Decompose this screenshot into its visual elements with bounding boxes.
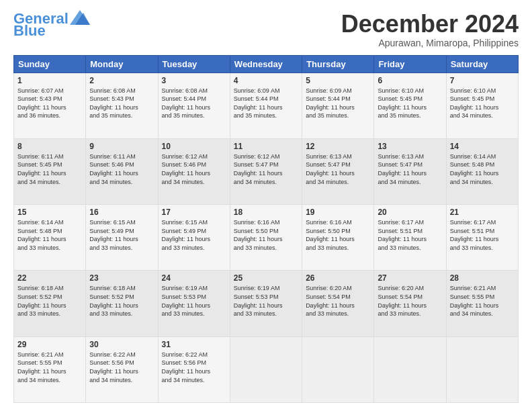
cell-content: Sunrise: 6:19 AM Sunset: 5:53 PM Dayligh… xyxy=(234,284,298,318)
day-number: 23 xyxy=(89,273,154,283)
calendar-day-header: Tuesday xyxy=(158,55,230,73)
calendar-cell: 29Sunrise: 6:21 AM Sunset: 5:55 PM Dayli… xyxy=(14,336,86,402)
cell-content: Sunrise: 6:11 AM Sunset: 5:46 PM Dayligh… xyxy=(89,152,154,186)
day-number: 27 xyxy=(378,273,442,283)
subtitle: Apurawan, Mimaropa, Philippines xyxy=(341,38,519,48)
cell-content: Sunrise: 6:08 AM Sunset: 5:43 PM Dayligh… xyxy=(89,87,154,120)
calendar-cell: 3Sunrise: 6:08 AM Sunset: 5:44 PM Daylig… xyxy=(158,73,230,138)
page: General Blue December 2024 Apurawan, Mim… xyxy=(0,0,532,411)
calendar-cell xyxy=(230,336,302,402)
day-number: 20 xyxy=(378,208,442,217)
cell-content: Sunrise: 6:20 AM Sunset: 5:54 PM Dayligh… xyxy=(306,284,370,318)
calendar-cell: 4Sunrise: 6:09 AM Sunset: 5:44 PM Daylig… xyxy=(230,73,302,138)
calendar-day-header: Sunday xyxy=(14,55,86,73)
day-number: 14 xyxy=(450,142,515,151)
calendar-cell: 14Sunrise: 6:14 AM Sunset: 5:48 PM Dayli… xyxy=(446,138,518,204)
cell-content: Sunrise: 6:14 AM Sunset: 5:48 PM Dayligh… xyxy=(17,218,82,252)
day-number: 2 xyxy=(89,76,154,85)
calendar-day-header: Monday xyxy=(86,55,158,73)
calendar-cell: 1Sunrise: 6:07 AM Sunset: 5:43 PM Daylig… xyxy=(14,73,86,138)
calendar-cell: 11Sunrise: 6:12 AM Sunset: 5:47 PM Dayli… xyxy=(230,138,302,204)
cell-content: Sunrise: 6:15 AM Sunset: 5:49 PM Dayligh… xyxy=(162,218,226,252)
calendar-week-row: 1Sunrise: 6:07 AM Sunset: 5:43 PM Daylig… xyxy=(14,73,519,138)
day-number: 13 xyxy=(378,142,442,151)
calendar-cell: 26Sunrise: 6:20 AM Sunset: 5:54 PM Dayli… xyxy=(302,271,374,336)
day-number: 28 xyxy=(450,273,515,283)
day-number: 18 xyxy=(234,208,298,217)
calendar-table: SundayMondayTuesdayWednesdayThursdayFrid… xyxy=(13,55,519,403)
calendar-cell: 31Sunrise: 6:22 AM Sunset: 5:56 PM Dayli… xyxy=(158,336,230,402)
calendar-cell: 23Sunrise: 6:18 AM Sunset: 5:52 PM Dayli… xyxy=(86,271,158,336)
cell-content: Sunrise: 6:12 AM Sunset: 5:47 PM Dayligh… xyxy=(234,152,298,186)
calendar-cell: 27Sunrise: 6:20 AM Sunset: 5:54 PM Dayli… xyxy=(374,271,446,336)
calendar-day-header: Saturday xyxy=(446,55,518,73)
cell-content: Sunrise: 6:12 AM Sunset: 5:46 PM Dayligh… xyxy=(162,152,226,186)
cell-content: Sunrise: 6:22 AM Sunset: 5:56 PM Dayligh… xyxy=(162,351,226,384)
cell-content: Sunrise: 6:10 AM Sunset: 5:45 PM Dayligh… xyxy=(450,87,515,120)
cell-content: Sunrise: 6:21 AM Sunset: 5:55 PM Dayligh… xyxy=(450,284,515,318)
day-number: 8 xyxy=(17,142,82,151)
cell-content: Sunrise: 6:09 AM Sunset: 5:44 PM Dayligh… xyxy=(306,87,370,120)
logo-icon xyxy=(70,10,90,25)
calendar-cell xyxy=(374,336,446,402)
day-number: 19 xyxy=(306,208,370,217)
calendar-cell: 5Sunrise: 6:09 AM Sunset: 5:44 PM Daylig… xyxy=(302,73,374,138)
day-number: 10 xyxy=(162,142,226,151)
header: General Blue December 2024 Apurawan, Mim… xyxy=(13,11,519,48)
day-number: 9 xyxy=(89,142,154,151)
cell-content: Sunrise: 6:07 AM Sunset: 5:43 PM Dayligh… xyxy=(17,87,82,120)
day-number: 25 xyxy=(234,273,298,283)
calendar-cell: 28Sunrise: 6:21 AM Sunset: 5:55 PM Dayli… xyxy=(446,271,518,336)
calendar-cell: 22Sunrise: 6:18 AM Sunset: 5:52 PM Dayli… xyxy=(14,271,86,336)
cell-content: Sunrise: 6:22 AM Sunset: 5:56 PM Dayligh… xyxy=(89,351,154,384)
cell-content: Sunrise: 6:16 AM Sunset: 5:50 PM Dayligh… xyxy=(234,218,298,252)
main-title: December 2024 xyxy=(341,11,519,38)
day-number: 21 xyxy=(450,208,515,217)
calendar-cell: 6Sunrise: 6:10 AM Sunset: 5:45 PM Daylig… xyxy=(374,73,446,138)
cell-content: Sunrise: 6:11 AM Sunset: 5:45 PM Dayligh… xyxy=(17,152,82,186)
calendar-cell: 30Sunrise: 6:22 AM Sunset: 5:56 PM Dayli… xyxy=(86,336,158,402)
logo: General Blue xyxy=(13,11,90,39)
day-number: 11 xyxy=(234,142,298,151)
cell-content: Sunrise: 6:18 AM Sunset: 5:52 PM Dayligh… xyxy=(17,284,82,318)
day-number: 24 xyxy=(162,273,226,283)
cell-content: Sunrise: 6:08 AM Sunset: 5:44 PM Dayligh… xyxy=(162,87,226,120)
calendar-cell: 24Sunrise: 6:19 AM Sunset: 5:53 PM Dayli… xyxy=(158,271,230,336)
cell-content: Sunrise: 6:14 AM Sunset: 5:48 PM Dayligh… xyxy=(450,152,515,186)
title-section: December 2024 Apurawan, Mimaropa, Philip… xyxy=(341,11,519,48)
cell-content: Sunrise: 6:10 AM Sunset: 5:45 PM Dayligh… xyxy=(378,87,442,120)
calendar-cell: 8Sunrise: 6:11 AM Sunset: 5:45 PM Daylig… xyxy=(14,138,86,204)
logo-text2: Blue xyxy=(13,23,46,39)
day-number: 4 xyxy=(234,76,298,85)
calendar-cell: 2Sunrise: 6:08 AM Sunset: 5:43 PM Daylig… xyxy=(86,73,158,138)
cell-content: Sunrise: 6:20 AM Sunset: 5:54 PM Dayligh… xyxy=(378,284,442,318)
calendar-cell xyxy=(302,336,374,402)
day-number: 17 xyxy=(162,208,226,217)
cell-content: Sunrise: 6:13 AM Sunset: 5:47 PM Dayligh… xyxy=(306,152,370,186)
cell-content: Sunrise: 6:13 AM Sunset: 5:47 PM Dayligh… xyxy=(378,152,442,186)
cell-content: Sunrise: 6:17 AM Sunset: 5:51 PM Dayligh… xyxy=(378,218,442,252)
day-number: 7 xyxy=(450,76,515,85)
calendar-cell: 18Sunrise: 6:16 AM Sunset: 5:50 PM Dayli… xyxy=(230,205,302,271)
calendar-cell: 25Sunrise: 6:19 AM Sunset: 5:53 PM Dayli… xyxy=(230,271,302,336)
day-number: 26 xyxy=(306,273,370,283)
calendar-cell: 12Sunrise: 6:13 AM Sunset: 5:47 PM Dayli… xyxy=(302,138,374,204)
day-number: 3 xyxy=(162,76,226,85)
calendar-day-header: Wednesday xyxy=(230,55,302,73)
day-number: 12 xyxy=(306,142,370,151)
cell-content: Sunrise: 6:18 AM Sunset: 5:52 PM Dayligh… xyxy=(89,284,154,318)
day-number: 16 xyxy=(89,208,154,217)
calendar-cell: 16Sunrise: 6:15 AM Sunset: 5:49 PM Dayli… xyxy=(86,205,158,271)
calendar-week-row: 22Sunrise: 6:18 AM Sunset: 5:52 PM Dayli… xyxy=(14,271,519,336)
cell-content: Sunrise: 6:17 AM Sunset: 5:51 PM Dayligh… xyxy=(450,218,515,252)
calendar-cell: 10Sunrise: 6:12 AM Sunset: 5:46 PM Dayli… xyxy=(158,138,230,204)
cell-content: Sunrise: 6:15 AM Sunset: 5:49 PM Dayligh… xyxy=(89,218,154,252)
day-number: 5 xyxy=(306,76,370,85)
calendar-cell: 17Sunrise: 6:15 AM Sunset: 5:49 PM Dayli… xyxy=(158,205,230,271)
day-number: 31 xyxy=(162,340,226,349)
calendar-cell: 7Sunrise: 6:10 AM Sunset: 5:45 PM Daylig… xyxy=(446,73,518,138)
day-number: 6 xyxy=(378,76,442,85)
calendar-cell: 9Sunrise: 6:11 AM Sunset: 5:46 PM Daylig… xyxy=(86,138,158,204)
calendar-week-row: 15Sunrise: 6:14 AM Sunset: 5:48 PM Dayli… xyxy=(14,205,519,271)
day-number: 30 xyxy=(89,340,154,349)
